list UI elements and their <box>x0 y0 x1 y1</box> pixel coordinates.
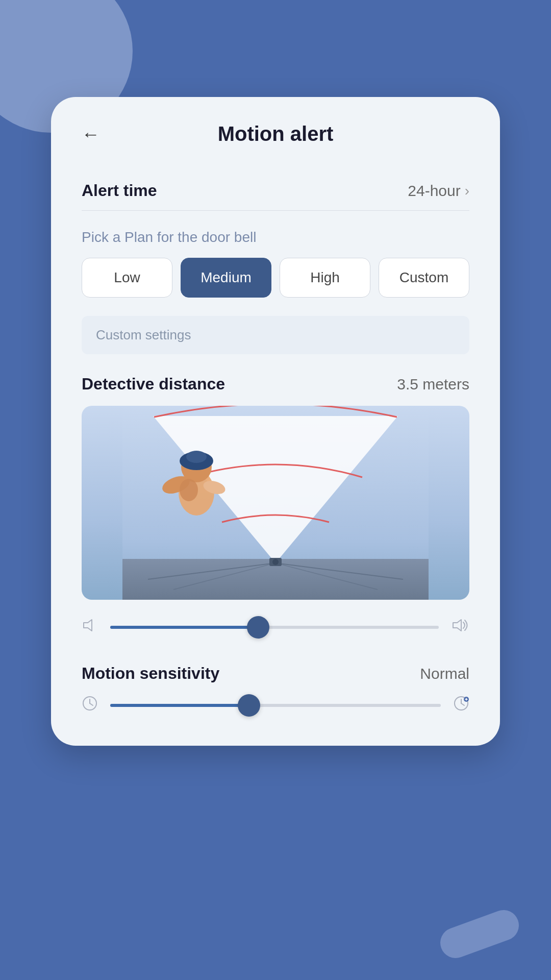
plan-buttons: Low Medium High Custom <box>82 258 469 298</box>
page-title: Motion alert <box>218 122 334 145</box>
plan-btn-medium[interactable]: Medium <box>181 258 271 298</box>
svg-point-9 <box>272 559 279 565</box>
back-button[interactable]: ← <box>82 124 100 145</box>
sensitivity-slider-row <box>82 695 469 715</box>
volume-low-icon <box>82 617 98 638</box>
svg-point-13 <box>186 451 207 463</box>
sensitivity-slider-fill <box>110 704 249 707</box>
svg-marker-18 <box>453 620 461 631</box>
custom-settings-banner: Custom settings <box>82 316 469 354</box>
svg-line-21 <box>90 703 93 705</box>
clock-max-icon <box>453 695 469 715</box>
detective-distance-header: Detective distance 3.5 meters <box>82 375 469 394</box>
plan-pick-label: Pick a Plan for the door bell <box>82 229 469 246</box>
svg-line-24 <box>461 703 464 705</box>
svg-marker-17 <box>84 620 92 631</box>
alert-time-text: 24-hour <box>408 182 460 200</box>
detective-distance-label: Detective distance <box>82 375 225 394</box>
motion-sensitivity-value: Normal <box>420 665 469 682</box>
clock-min-icon <box>82 695 98 715</box>
custom-settings-text: Custom settings <box>96 327 191 342</box>
motion-sensitivity-header: Motion sensitivity Normal <box>82 664 469 683</box>
motion-sensitivity-label: Motion sensitivity <box>82 664 219 683</box>
detection-visualization <box>82 406 469 600</box>
distance-slider-row <box>82 616 469 639</box>
sensitivity-slider-track[interactable] <box>110 704 441 707</box>
volume-high-icon <box>451 616 469 639</box>
distance-slider-thumb[interactable] <box>247 616 269 639</box>
main-card: ← Motion alert Alert time 24-hour › Pick… <box>51 97 500 746</box>
detection-svg <box>82 406 469 600</box>
plan-btn-high[interactable]: High <box>280 258 370 298</box>
header: ← Motion alert <box>82 122 469 145</box>
distance-slider-fill <box>110 626 258 629</box>
chevron-right-icon: › <box>465 183 469 199</box>
alert-time-row[interactable]: Alert time 24-hour › <box>82 171 469 211</box>
back-arrow-icon: ← <box>82 124 100 145</box>
bg-decoration-shape <box>436 905 523 962</box>
plan-btn-custom[interactable]: Custom <box>379 258 469 298</box>
sensitivity-slider-thumb[interactable] <box>238 694 260 717</box>
plan-btn-low[interactable]: Low <box>82 258 172 298</box>
alert-time-label: Alert time <box>82 181 157 200</box>
alert-time-value: 24-hour › <box>408 182 469 200</box>
svg-point-16 <box>180 479 198 501</box>
distance-slider-track[interactable] <box>110 626 439 629</box>
detective-distance-value: 3.5 meters <box>397 376 469 393</box>
